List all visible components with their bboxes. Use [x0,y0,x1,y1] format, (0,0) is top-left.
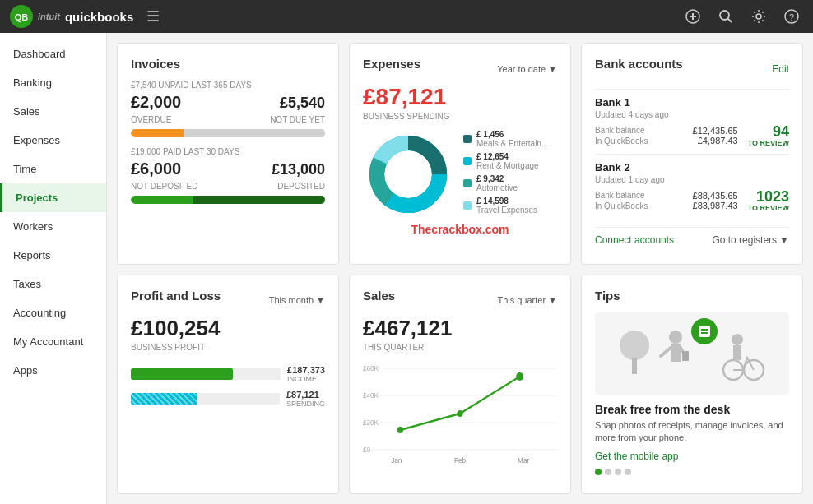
top-navigation: QB intuit quickbooks ☰ ? [0,0,813,33]
help-icon[interactable]: ? [780,5,803,28]
paid-label: £19,000 PAID LAST 30 DAYS [131,147,325,156]
legend-dot-2 [463,157,472,165]
bank-actions: Connect accounts Go to registers ▼ [595,227,789,246]
sales-sublabel: THIS QUARTER [363,343,557,352]
tips-dot-4[interactable] [625,469,631,475]
bank1-balance-value: £12,435.65 [693,126,738,136]
invoices-title: Invoices [131,57,325,71]
sidebar-item-dashboard[interactable]: Dashboard [0,39,106,68]
bank2-to-review[interactable]: 1023 TO REVIEW [748,189,789,212]
qb-logo-icon: QB [10,5,33,28]
invoice-labels-paid: NOT DEPOSITED DEPOSITED [131,182,325,191]
pnl-sublabel: BUSINESS PROFIT [131,343,325,352]
tips-dot-1[interactable] [595,469,602,475]
invoice-amounts-unpaid: £2,000 £5,540 [131,93,325,112]
expenses-content: £ 1,456 Meals & Entertain... £ 12,654 Re… [363,129,557,220]
bank-accounts-title: Bank accounts [595,57,683,71]
pnl-amount: £100,254 [131,316,325,341]
sales-card: Sales This quarter ▼ £467,121 THIS QUART… [349,275,571,494]
top-nav-icons: ? [681,5,803,28]
expenses-period-selector[interactable]: Year to date ▼ [497,64,557,74]
svg-point-28 [457,410,462,417]
bank-accounts-header: Bank accounts Edit [595,57,789,81]
svg-text:Jan: Jan [391,455,402,464]
intuit-label: intuit [38,12,60,21]
bank2-qb-value: £83,987.43 [693,201,738,210]
svg-line-37 [661,348,671,356]
sidebar-item-reports[interactable]: Reports [0,241,106,270]
deposited-amount: £13,000 [272,161,325,178]
bank-accounts-card: Bank accounts Edit Bank 1 Updated 4 days… [581,43,803,265]
mobile-app-link[interactable]: Get the mobile app [595,451,789,462]
pnl-spending-bar [131,393,197,405]
tips-card-desc: Snap photos of receipts, manage invoices… [595,419,789,445]
connect-accounts-link[interactable]: Connect accounts [595,234,674,246]
svg-point-18 [388,154,429,195]
sidebar-item-time[interactable]: Time [0,155,106,183]
pnl-period-selector[interactable]: This month ▼ [269,295,325,305]
svg-rect-45 [733,345,741,360]
pnl-spending-label: SPENDING [286,400,325,408]
bank2-to-review-count: 1023 [748,189,789,204]
expenses-header: Expenses Year to date ▼ [363,57,557,81]
not-due-amount: £5,540 [280,95,325,112]
expenses-legend: £ 1,456 Meals & Entertain... £ 12,654 Re… [463,130,557,219]
add-icon[interactable] [681,5,704,28]
legend-dot-3 [463,179,472,187]
sidebar-item-my-accountant[interactable]: My Accountant [0,327,106,356]
pnl-spending-value: £87,121 [286,390,325,400]
bank2-qb-label: In QuickBooks [595,201,648,210]
sales-title: Sales [363,289,395,303]
paid-progress-bar [131,196,325,204]
deposited-label: DEPOSITED [277,182,325,191]
sidebar-item-accounting[interactable]: Accounting [0,298,106,327]
tips-dot-3[interactable] [615,469,621,475]
menu-icon[interactable]: ☰ [146,7,160,25]
sidebar-item-sales[interactable]: Sales [0,97,106,126]
pnl-income-track [131,368,281,380]
bank2-balance-value: £88,435.65 [693,191,738,201]
sidebar: Dashboard Banking Sales Expenses Time Pr… [0,33,107,504]
sidebar-item-banking[interactable]: Banking [0,68,106,97]
tips-pagination-dots [595,469,789,475]
bank2-balance-label: Bank balance [595,191,648,200]
bank-edit-link[interactable]: Edit [772,63,789,75]
bank1-to-review-label: TO REVIEW [748,139,789,147]
bank1-to-review[interactable]: 94 TO REVIEW [748,124,789,147]
deposited-bar [193,196,325,204]
gear-icon[interactable] [747,5,770,28]
bank1-updated: Updated 4 days ago [595,110,789,119]
svg-point-5 [720,11,729,20]
search-icon[interactable] [714,5,737,28]
invoice-amounts-paid: £6,000 £13,000 [131,160,325,178]
legend-item-3: £ 9,342 Automotive [463,174,557,192]
go-to-registers-link[interactable]: Go to registers ▼ [712,234,789,246]
sales-period-selector[interactable]: This quarter ▼ [497,295,557,305]
sidebar-item-apps[interactable]: Apps [0,356,106,385]
tips-card-title: Break free from the desk [595,403,789,416]
legend-dot-1 [463,135,472,143]
not-due-bar [184,129,325,137]
expenses-card: Expenses Year to date ▼ £87,121 BUSINESS… [349,43,571,265]
sidebar-item-expenses[interactable]: Expenses [0,126,106,155]
tips-dot-2[interactable] [605,469,611,475]
svg-rect-36 [671,344,681,362]
profit-loss-card: Profit and Loss This month ▼ £100,254 BU… [117,275,339,494]
bank1-qb-value: £4,987.43 [693,136,738,146]
pnl-header: Profit and Loss This month ▼ [131,289,325,312]
svg-text:Mar: Mar [518,455,529,464]
svg-point-35 [669,331,682,344]
not-due-label: NOT DUE YET [270,115,325,124]
not-deposited-label: NOT DEPOSITED [131,182,198,191]
tips-title: Tips [595,289,789,303]
svg-text:?: ? [789,12,794,22]
sales-chart: £60K £40K £20K £0 Jan Feb Mar [363,360,557,467]
bank2-balance-row: Bank balance In QuickBooks £88,435.65 £8… [595,189,789,212]
tips-card: Tips [581,275,803,494]
sidebar-item-taxes[interactable]: Taxes [0,270,106,298]
sidebar-item-workers[interactable]: Workers [0,212,106,241]
sidebar-item-projects[interactable]: Projects [0,183,106,212]
unpaid-progress-bar [131,129,325,137]
expenses-sublabel: BUSINESS SPENDING [363,112,557,121]
legend-item-2: £ 12,654 Rent & Mortgage [463,152,557,170]
